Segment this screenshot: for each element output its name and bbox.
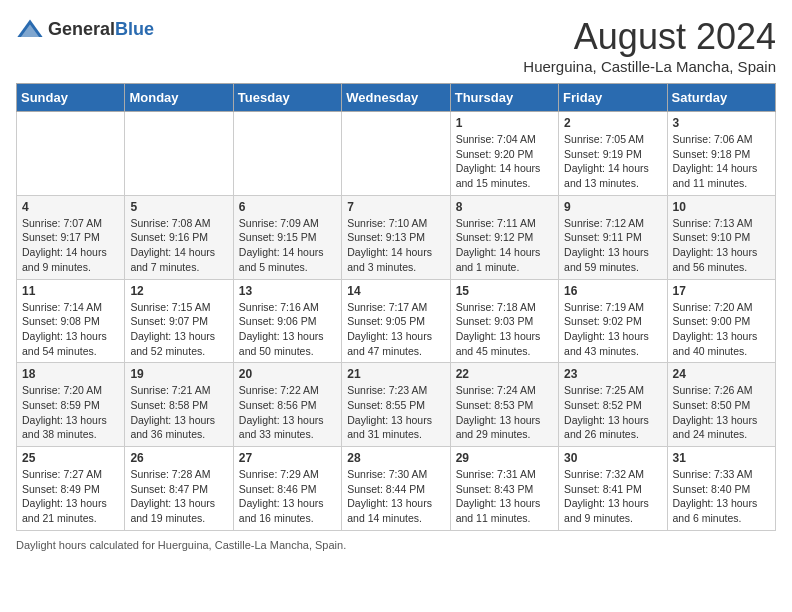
calendar-day-27: 27Sunrise: 7:29 AM Sunset: 8:46 PM Dayli…	[233, 447, 341, 531]
calendar-day-19: 19Sunrise: 7:21 AM Sunset: 8:58 PM Dayli…	[125, 363, 233, 447]
logo-icon	[16, 16, 44, 44]
day-info: Sunrise: 7:05 AM Sunset: 9:19 PM Dayligh…	[564, 132, 661, 191]
day-number: 2	[564, 116, 661, 130]
calendar-day-15: 15Sunrise: 7:18 AM Sunset: 9:03 PM Dayli…	[450, 279, 558, 363]
day-info: Sunrise: 7:29 AM Sunset: 8:46 PM Dayligh…	[239, 467, 336, 526]
calendar-day-1: 1Sunrise: 7:04 AM Sunset: 9:20 PM Daylig…	[450, 112, 558, 196]
day-info: Sunrise: 7:26 AM Sunset: 8:50 PM Dayligh…	[673, 383, 770, 442]
day-number: 17	[673, 284, 770, 298]
day-info: Sunrise: 7:20 AM Sunset: 9:00 PM Dayligh…	[673, 300, 770, 359]
col-header-wednesday: Wednesday	[342, 84, 450, 112]
calendar-week-row: 11Sunrise: 7:14 AM Sunset: 9:08 PM Dayli…	[17, 279, 776, 363]
calendar-day-8: 8Sunrise: 7:11 AM Sunset: 9:12 PM Daylig…	[450, 195, 558, 279]
day-number: 13	[239, 284, 336, 298]
calendar-empty-cell	[342, 112, 450, 196]
calendar: SundayMondayTuesdayWednesdayThursdayFrid…	[16, 83, 776, 531]
calendar-day-20: 20Sunrise: 7:22 AM Sunset: 8:56 PM Dayli…	[233, 363, 341, 447]
day-number: 27	[239, 451, 336, 465]
day-info: Sunrise: 7:30 AM Sunset: 8:44 PM Dayligh…	[347, 467, 444, 526]
col-header-friday: Friday	[559, 84, 667, 112]
day-info: Sunrise: 7:08 AM Sunset: 9:16 PM Dayligh…	[130, 216, 227, 275]
day-info: Sunrise: 7:19 AM Sunset: 9:02 PM Dayligh…	[564, 300, 661, 359]
day-info: Sunrise: 7:31 AM Sunset: 8:43 PM Dayligh…	[456, 467, 553, 526]
day-number: 23	[564, 367, 661, 381]
day-info: Sunrise: 7:24 AM Sunset: 8:53 PM Dayligh…	[456, 383, 553, 442]
day-number: 5	[130, 200, 227, 214]
calendar-week-row: 25Sunrise: 7:27 AM Sunset: 8:49 PM Dayli…	[17, 447, 776, 531]
calendar-day-6: 6Sunrise: 7:09 AM Sunset: 9:15 PM Daylig…	[233, 195, 341, 279]
calendar-day-12: 12Sunrise: 7:15 AM Sunset: 9:07 PM Dayli…	[125, 279, 233, 363]
calendar-day-13: 13Sunrise: 7:16 AM Sunset: 9:06 PM Dayli…	[233, 279, 341, 363]
calendar-day-22: 22Sunrise: 7:24 AM Sunset: 8:53 PM Dayli…	[450, 363, 558, 447]
day-info: Sunrise: 7:22 AM Sunset: 8:56 PM Dayligh…	[239, 383, 336, 442]
calendar-day-26: 26Sunrise: 7:28 AM Sunset: 8:47 PM Dayli…	[125, 447, 233, 531]
day-number: 10	[673, 200, 770, 214]
day-info: Sunrise: 7:23 AM Sunset: 8:55 PM Dayligh…	[347, 383, 444, 442]
day-number: 11	[22, 284, 119, 298]
day-info: Sunrise: 7:12 AM Sunset: 9:11 PM Dayligh…	[564, 216, 661, 275]
day-info: Sunrise: 7:32 AM Sunset: 8:41 PM Dayligh…	[564, 467, 661, 526]
day-number: 15	[456, 284, 553, 298]
calendar-day-17: 17Sunrise: 7:20 AM Sunset: 9:00 PM Dayli…	[667, 279, 775, 363]
day-info: Sunrise: 7:33 AM Sunset: 8:40 PM Dayligh…	[673, 467, 770, 526]
calendar-day-10: 10Sunrise: 7:13 AM Sunset: 9:10 PM Dayli…	[667, 195, 775, 279]
calendar-day-14: 14Sunrise: 7:17 AM Sunset: 9:05 PM Dayli…	[342, 279, 450, 363]
day-number: 29	[456, 451, 553, 465]
calendar-day-18: 18Sunrise: 7:20 AM Sunset: 8:59 PM Dayli…	[17, 363, 125, 447]
calendar-empty-cell	[233, 112, 341, 196]
day-number: 12	[130, 284, 227, 298]
calendar-week-row: 4Sunrise: 7:07 AM Sunset: 9:17 PM Daylig…	[17, 195, 776, 279]
day-number: 24	[673, 367, 770, 381]
day-info: Sunrise: 7:07 AM Sunset: 9:17 PM Dayligh…	[22, 216, 119, 275]
day-info: Sunrise: 7:27 AM Sunset: 8:49 PM Dayligh…	[22, 467, 119, 526]
calendar-day-21: 21Sunrise: 7:23 AM Sunset: 8:55 PM Dayli…	[342, 363, 450, 447]
day-info: Sunrise: 7:18 AM Sunset: 9:03 PM Dayligh…	[456, 300, 553, 359]
calendar-day-29: 29Sunrise: 7:31 AM Sunset: 8:43 PM Dayli…	[450, 447, 558, 531]
day-info: Sunrise: 7:06 AM Sunset: 9:18 PM Dayligh…	[673, 132, 770, 191]
day-info: Sunrise: 7:25 AM Sunset: 8:52 PM Dayligh…	[564, 383, 661, 442]
calendar-day-28: 28Sunrise: 7:30 AM Sunset: 8:44 PM Dayli…	[342, 447, 450, 531]
day-number: 14	[347, 284, 444, 298]
day-info: Sunrise: 7:09 AM Sunset: 9:15 PM Dayligh…	[239, 216, 336, 275]
calendar-header-row: SundayMondayTuesdayWednesdayThursdayFrid…	[17, 84, 776, 112]
day-number: 16	[564, 284, 661, 298]
month-title: August 2024	[523, 16, 776, 58]
day-number: 1	[456, 116, 553, 130]
calendar-day-3: 3Sunrise: 7:06 AM Sunset: 9:18 PM Daylig…	[667, 112, 775, 196]
logo-text-blue: Blue	[115, 19, 154, 39]
day-number: 8	[456, 200, 553, 214]
calendar-day-23: 23Sunrise: 7:25 AM Sunset: 8:52 PM Dayli…	[559, 363, 667, 447]
calendar-day-25: 25Sunrise: 7:27 AM Sunset: 8:49 PM Dayli…	[17, 447, 125, 531]
calendar-day-7: 7Sunrise: 7:10 AM Sunset: 9:13 PM Daylig…	[342, 195, 450, 279]
day-info: Sunrise: 7:16 AM Sunset: 9:06 PM Dayligh…	[239, 300, 336, 359]
day-number: 21	[347, 367, 444, 381]
header: GeneralBlue August 2024 Huerguina, Casti…	[16, 16, 776, 75]
day-number: 6	[239, 200, 336, 214]
day-info: Sunrise: 7:10 AM Sunset: 9:13 PM Dayligh…	[347, 216, 444, 275]
day-info: Sunrise: 7:17 AM Sunset: 9:05 PM Dayligh…	[347, 300, 444, 359]
title-area: August 2024 Huerguina, Castille-La Manch…	[523, 16, 776, 75]
day-number: 25	[22, 451, 119, 465]
day-number: 7	[347, 200, 444, 214]
day-number: 18	[22, 367, 119, 381]
col-header-saturday: Saturday	[667, 84, 775, 112]
day-info: Sunrise: 7:28 AM Sunset: 8:47 PM Dayligh…	[130, 467, 227, 526]
calendar-day-16: 16Sunrise: 7:19 AM Sunset: 9:02 PM Dayli…	[559, 279, 667, 363]
day-number: 31	[673, 451, 770, 465]
day-number: 30	[564, 451, 661, 465]
calendar-day-2: 2Sunrise: 7:05 AM Sunset: 9:19 PM Daylig…	[559, 112, 667, 196]
day-info: Sunrise: 7:15 AM Sunset: 9:07 PM Dayligh…	[130, 300, 227, 359]
day-info: Sunrise: 7:21 AM Sunset: 8:58 PM Dayligh…	[130, 383, 227, 442]
col-header-monday: Monday	[125, 84, 233, 112]
location-title: Huerguina, Castille-La Mancha, Spain	[523, 58, 776, 75]
day-info: Sunrise: 7:14 AM Sunset: 9:08 PM Dayligh…	[22, 300, 119, 359]
calendar-day-5: 5Sunrise: 7:08 AM Sunset: 9:16 PM Daylig…	[125, 195, 233, 279]
day-info: Sunrise: 7:04 AM Sunset: 9:20 PM Dayligh…	[456, 132, 553, 191]
calendar-day-4: 4Sunrise: 7:07 AM Sunset: 9:17 PM Daylig…	[17, 195, 125, 279]
day-number: 4	[22, 200, 119, 214]
logo-text-general: General	[48, 19, 115, 39]
footer-note: Daylight hours calculated for Huerguina,…	[16, 539, 776, 551]
calendar-week-row: 1Sunrise: 7:04 AM Sunset: 9:20 PM Daylig…	[17, 112, 776, 196]
calendar-day-11: 11Sunrise: 7:14 AM Sunset: 9:08 PM Dayli…	[17, 279, 125, 363]
calendar-week-row: 18Sunrise: 7:20 AM Sunset: 8:59 PM Dayli…	[17, 363, 776, 447]
